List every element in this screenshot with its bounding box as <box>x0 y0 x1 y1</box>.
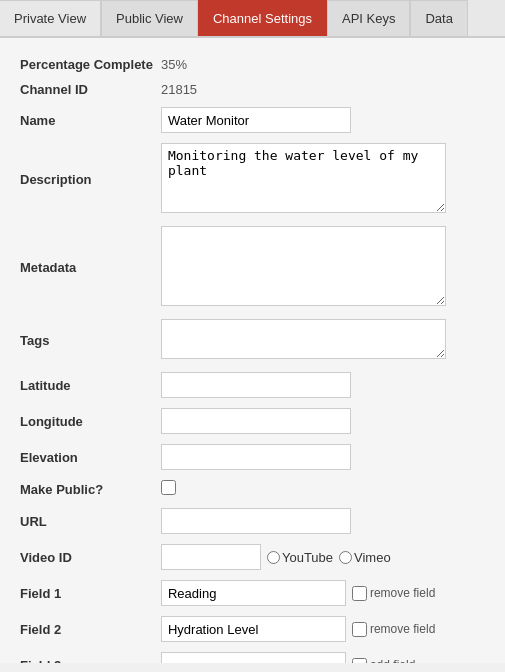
latitude-field-cell <box>157 367 489 403</box>
field2-cell: remove field <box>157 611 489 647</box>
field1-wrap: remove field <box>161 580 485 606</box>
description-label: Description <box>16 138 157 221</box>
row-longitude: Longitude <box>16 403 489 439</box>
url-field-cell <box>157 503 489 539</box>
vimeo-radio[interactable] <box>339 551 352 564</box>
field2-label: Field 2 <box>16 611 157 647</box>
tab-public-view[interactable]: Public View <box>101 0 198 36</box>
field3-add-wrap: add field <box>352 658 415 664</box>
field3-add-label: add field <box>370 658 415 663</box>
latitude-input[interactable] <box>161 372 351 398</box>
row-field1: Field 1 remove field <box>16 575 489 611</box>
longitude-input[interactable] <box>161 408 351 434</box>
row-field3: Field 3 add field <box>16 647 489 663</box>
row-elevation: Elevation <box>16 439 489 475</box>
tab-data[interactable]: Data <box>410 0 467 36</box>
video-id-label: Video ID <box>16 539 157 575</box>
tab-api-keys[interactable]: API Keys <box>327 0 410 36</box>
row-percentage: Percentage Complete 35% <box>16 52 489 77</box>
make-public-checkbox[interactable] <box>161 480 176 495</box>
vimeo-label-text: Vimeo <box>354 550 391 565</box>
field3-wrap: add field <box>161 652 485 663</box>
row-name: Name <box>16 102 489 138</box>
field2-wrap: remove field <box>161 616 485 642</box>
description-field-cell: Monitoring the water level of my plant <box>157 138 489 221</box>
tags-label: Tags <box>16 314 157 367</box>
tab-bar: Private View Public View Channel Setting… <box>0 0 505 38</box>
field3-input[interactable] <box>161 652 346 663</box>
metadata-label: Metadata <box>16 221 157 314</box>
url-input[interactable] <box>161 508 351 534</box>
video-id-input[interactable] <box>161 544 261 570</box>
field1-input[interactable] <box>161 580 346 606</box>
field3-cell: add field <box>157 647 489 663</box>
tags-textarea[interactable] <box>161 319 446 359</box>
row-tags: Tags <box>16 314 489 367</box>
row-field2: Field 2 remove field <box>16 611 489 647</box>
metadata-field-cell <box>157 221 489 314</box>
channel-id-label: Channel ID <box>16 77 157 102</box>
name-label: Name <box>16 102 157 138</box>
percentage-label: Percentage Complete <box>16 52 157 77</box>
url-label: URL <box>16 503 157 539</box>
field1-label: Field 1 <box>16 575 157 611</box>
field2-remove-label: remove field <box>370 622 435 636</box>
latitude-label: Latitude <box>16 367 157 403</box>
youtube-radio[interactable] <box>267 551 280 564</box>
youtube-radio-label[interactable]: YouTube <box>267 550 333 565</box>
main-content: Percentage Complete 35% Channel ID 21815… <box>0 38 505 663</box>
elevation-input[interactable] <box>161 444 351 470</box>
field1-remove-label: remove field <box>370 586 435 600</box>
percentage-value: 35% <box>157 52 489 77</box>
elevation-field-cell <box>157 439 489 475</box>
row-make-public: Make Public? <box>16 475 489 503</box>
tab-private-view[interactable]: Private View <box>0 0 101 36</box>
longitude-field-cell <box>157 403 489 439</box>
tab-channel-settings[interactable]: Channel Settings <box>198 0 327 36</box>
field2-input[interactable] <box>161 616 346 642</box>
row-channel-id: Channel ID 21815 <box>16 77 489 102</box>
field3-add-checkbox[interactable] <box>352 658 367 664</box>
field1-remove-wrap: remove field <box>352 586 435 601</box>
field1-remove-checkbox[interactable] <box>352 586 367 601</box>
name-input[interactable] <box>161 107 351 133</box>
channel-id-value: 21815 <box>157 77 489 102</box>
metadata-textarea[interactable] <box>161 226 446 306</box>
tags-field-cell <box>157 314 489 367</box>
vimeo-radio-label[interactable]: Vimeo <box>339 550 391 565</box>
row-metadata: Metadata <box>16 221 489 314</box>
form-table: Percentage Complete 35% Channel ID 21815… <box>16 52 489 663</box>
row-video-id: Video ID YouTube Vimeo <box>16 539 489 575</box>
description-textarea[interactable]: Monitoring the water level of my plant <box>161 143 446 213</box>
make-public-field-cell <box>157 475 489 503</box>
video-id-row: YouTube Vimeo <box>161 544 485 570</box>
field2-remove-wrap: remove field <box>352 622 435 637</box>
make-public-label: Make Public? <box>16 475 157 503</box>
youtube-label-text: YouTube <box>282 550 333 565</box>
field3-label: Field 3 <box>16 647 157 663</box>
name-field-cell <box>157 102 489 138</box>
row-url: URL <box>16 503 489 539</box>
row-description: Description Monitoring the water level o… <box>16 138 489 221</box>
row-latitude: Latitude <box>16 367 489 403</box>
longitude-label: Longitude <box>16 403 157 439</box>
video-id-field-cell: YouTube Vimeo <box>157 539 489 575</box>
elevation-label: Elevation <box>16 439 157 475</box>
field2-remove-checkbox[interactable] <box>352 622 367 637</box>
field1-cell: remove field <box>157 575 489 611</box>
